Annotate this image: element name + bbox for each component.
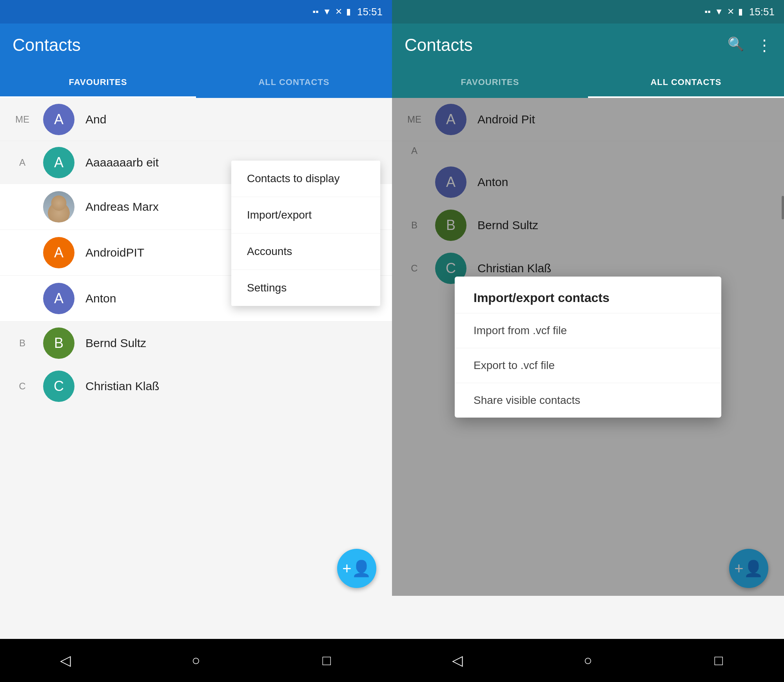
left-contact-anton-name: Anton: [85, 292, 116, 305]
right-time: 15:51: [749, 6, 775, 18]
right-status-bar: ▪▪ ▼ ✕ ▮ 15:51: [392, 0, 784, 24]
right-nav-recent[interactable]: □: [703, 645, 734, 676]
left-contact-bernd-avatar: B: [43, 327, 74, 359]
left-tabs-bar: FAVOURITES ALL CONTACTS: [0, 67, 392, 98]
right-app-bar-icons: 🔍 ⋮: [728, 36, 771, 54]
right-volume-icon: ✕: [727, 7, 734, 17]
right-battery-icon: ▮: [738, 7, 743, 17]
right-wifi-icon: ▼: [715, 7, 723, 17]
battery-icon: ▮: [346, 7, 351, 17]
left-contact-anton-avatar: A: [43, 283, 74, 314]
left-contact-androidpit-name: AndroidPIT: [85, 246, 144, 259]
left-section-b: B B Bernd Sultz: [0, 322, 392, 365]
left-me-name: And: [85, 113, 106, 126]
right-dialog-option-share[interactable]: Share visible contacts: [455, 383, 721, 418]
left-contact-androidpit-avatar: A: [43, 237, 74, 268]
right-app-title: Contacts: [405, 35, 473, 55]
wifi-icon: ▼: [323, 7, 331, 17]
left-fab[interactable]: +👤: [337, 549, 376, 588]
left-menu-import-export[interactable]: Import/export: [231, 197, 380, 233]
right-dialog-overlay: Import/export contacts Import from .vcf …: [392, 98, 784, 596]
left-status-bar: ▪▪ ▼ ✕ ▮ 15:51: [0, 0, 392, 24]
left-nav-recent[interactable]: □: [311, 645, 342, 676]
right-tabs-bar: FAVOURITES ALL CONTACTS: [392, 67, 784, 98]
left-dropdown-menu: Contacts to display Import/export Accoun…: [231, 161, 380, 306]
left-me-row[interactable]: ME A And: [0, 98, 392, 141]
signal-icon: ▪▪: [313, 7, 319, 17]
left-section-a-label: A: [13, 157, 32, 168]
left-phone-panel: ▪▪ ▼ ✕ ▮ 15:51 Contacts FAVOURITES ALL C…: [0, 0, 392, 682]
left-section-b-label: B: [13, 338, 32, 349]
right-phone-panel: ▪▪ ▼ ✕ ▮ 15:51 Contacts 🔍 ⋮ FAVOURITES A…: [392, 0, 784, 682]
right-tab-favourites[interactable]: FAVOURITES: [392, 67, 588, 98]
left-section-c: C C Christian Klaß: [0, 365, 392, 408]
left-me-label: ME: [13, 114, 32, 125]
left-tab-favourites[interactable]: FAVOURITES: [0, 67, 196, 98]
left-contact-christian-avatar: C: [43, 371, 74, 402]
left-bottom-nav: ◁ ○ □: [0, 639, 392, 682]
right-dialog-option-export[interactable]: Export to .vcf file: [455, 348, 721, 383]
left-nav-back[interactable]: ◁: [50, 645, 81, 676]
left-app-bar: Contacts: [0, 24, 392, 67]
right-search-icon[interactable]: 🔍: [728, 36, 744, 54]
left-contact-list: ME A And A A Aaaaaaarb eit Andreas Marx …: [0, 98, 392, 639]
left-contact-andreas-name: Andreas Marx: [85, 200, 159, 213]
right-bottom-nav: ◁ ○ □: [392, 639, 784, 682]
right-more-icon[interactable]: ⋮: [757, 36, 771, 54]
right-dialog-option-import[interactable]: Import from .vcf file: [455, 313, 721, 348]
left-tab-all-contacts[interactable]: ALL CONTACTS: [196, 67, 392, 98]
right-dialog-title: Import/export contacts: [455, 277, 721, 313]
left-section-c-label: C: [13, 381, 32, 392]
left-menu-settings[interactable]: Settings: [231, 270, 380, 306]
left-app-title: Contacts: [13, 35, 81, 55]
left-contact-bernd-name: Bernd Sultz: [85, 336, 146, 350]
left-status-icons: ▪▪ ▼ ✕ ▮: [313, 7, 351, 17]
left-contact-andreas-avatar: [43, 191, 74, 223]
left-nav-home[interactable]: ○: [180, 645, 212, 676]
left-contact-aaaaaaarb-avatar: A: [43, 147, 74, 178]
right-status-icons: ▪▪ ▼ ✕ ▮: [705, 7, 743, 17]
left-menu-accounts[interactable]: Accounts: [231, 233, 380, 270]
right-nav-home[interactable]: ○: [572, 645, 604, 676]
right-signal-icon: ▪▪: [705, 7, 711, 17]
right-import-export-dialog: Import/export contacts Import from .vcf …: [455, 277, 721, 418]
volume-icon: ✕: [335, 7, 342, 17]
left-time: 15:51: [357, 6, 383, 18]
right-contact-list: ME A Android Pit A A Anton B B Bernd Sul…: [392, 98, 784, 639]
right-nav-back[interactable]: ◁: [442, 645, 473, 676]
right-app-bar: Contacts 🔍 ⋮: [392, 24, 784, 67]
left-me-avatar: A: [43, 104, 74, 135]
left-menu-contacts-to-display[interactable]: Contacts to display: [231, 161, 380, 197]
left-contact-aaaaaaarb-name: Aaaaaaarb eit: [85, 156, 159, 169]
left-fab-icon: +👤: [342, 559, 371, 578]
left-contact-christian-name: Christian Klaß: [85, 380, 159, 393]
right-tab-all-contacts[interactable]: ALL CONTACTS: [588, 67, 784, 98]
